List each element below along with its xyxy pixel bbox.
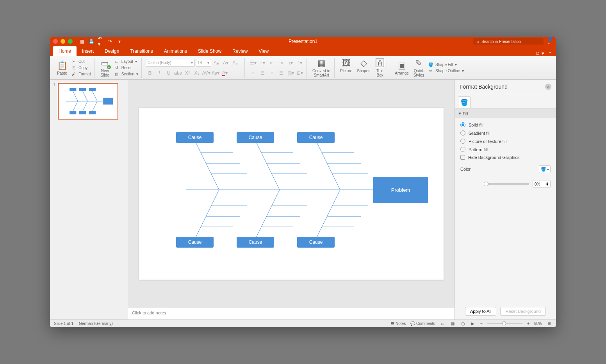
reset-icon: ↺ <box>114 65 119 71</box>
tab-slideshow[interactable]: Slide Show <box>192 46 227 56</box>
tab-transitions[interactable]: Transitions <box>125 46 158 56</box>
redo-icon[interactable]: ↷ <box>107 39 113 44</box>
tab-home[interactable]: Home <box>53 46 77 56</box>
pattern-fill-radio[interactable]: Pattern fill <box>460 147 551 152</box>
font-name-select[interactable]: Calibri (Body)▾ <box>146 59 195 67</box>
collapse-ribbon-icon[interactable]: ⌃ <box>548 51 551 55</box>
tab-insert[interactable]: Insert <box>77 46 99 56</box>
minimize-window-button[interactable] <box>61 39 65 44</box>
zoom-in-button[interactable]: + <box>527 321 529 326</box>
cause-box-4[interactable]: Cause <box>176 237 214 248</box>
subscript-button[interactable]: X₂ <box>192 69 201 77</box>
search-input[interactable] <box>481 39 540 44</box>
font-size-select[interactable]: 18▾ <box>196 59 211 67</box>
notes-toggle[interactable]: ☰ Notes <box>391 321 406 326</box>
bullets-icon[interactable]: ☰▾ <box>249 59 257 67</box>
justify-icon[interactable]: ☰ <box>277 69 285 77</box>
strike-button[interactable]: abc <box>174 69 182 77</box>
reset-background-button[interactable]: Reset Background <box>500 307 546 316</box>
maximize-window-button[interactable] <box>68 39 73 44</box>
text-direction-icon[interactable]: ⤵▾ <box>296 59 304 67</box>
slide-thumbnail-1[interactable] <box>58 83 118 120</box>
search-box[interactable]: ⌕ <box>473 38 544 45</box>
save-icon[interactable]: 💾 <box>89 39 94 44</box>
align-left-icon[interactable]: ≡ <box>249 69 257 77</box>
character-spacing-icon[interactable]: AV▾ <box>202 69 210 77</box>
cut-button[interactable]: ✂Cut <box>70 59 92 65</box>
align-center-icon[interactable]: ☰ <box>258 69 267 77</box>
textbox-button[interactable]: 🄰Text Box <box>373 57 387 78</box>
shape-outline-dropdown[interactable]: ✏Shape Outline ▾ <box>427 68 465 74</box>
normal-view-icon[interactable]: ▭ <box>440 321 445 327</box>
fit-to-window-icon[interactable]: ⊞ <box>547 321 552 327</box>
notes-pane[interactable]: Click to add notes <box>128 308 454 319</box>
picture-button[interactable]: 🖼Picture <box>339 57 354 78</box>
undo-icon[interactable]: ↶ ▾ <box>98 39 103 44</box>
reading-view-icon[interactable]: ▢ <box>460 321 465 327</box>
emoji-icon[interactable]: ☺ ▾ <box>535 50 544 56</box>
numbering-icon[interactable]: ≡▾ <box>258 59 267 67</box>
increase-font-icon[interactable]: A▴ <box>212 59 221 67</box>
align-text-icon[interactable]: ⊟▾ <box>296 69 304 77</box>
zoom-out-button[interactable]: − <box>480 321 483 326</box>
arrange-button[interactable]: ▣Arrange <box>393 60 410 76</box>
format-painter-button[interactable]: 🖌Format <box>70 71 92 77</box>
tab-animations[interactable]: Animations <box>159 46 192 56</box>
section-dropdown[interactable]: ▤Section ▾ <box>113 71 139 77</box>
picture-fill-radio[interactable]: Picture or texture fill <box>460 139 551 144</box>
increase-indent-icon[interactable]: ⇥ <box>277 59 285 67</box>
cause-box-1[interactable]: Cause <box>176 132 214 143</box>
tab-design[interactable]: Design <box>99 46 125 56</box>
quick-styles-button[interactable]: ✎Quick Styles <box>412 57 426 78</box>
new-slide-button[interactable]: ▭+ New Slide <box>98 57 112 78</box>
color-picker-button[interactable]: 🪣▾ <box>539 165 551 173</box>
fill-tab[interactable]: 🪣 <box>458 96 471 108</box>
smartart-button[interactable]: ▦ Convert to SmartArt <box>311 57 332 78</box>
reset-button[interactable]: ↺Reset <box>113 65 139 71</box>
layout-dropdown[interactable]: ▭Layout ▾ <box>113 59 139 65</box>
align-right-icon[interactable]: ≡ <box>267 69 276 77</box>
paste-button[interactable]: 📋 Paste <box>55 60 69 76</box>
decrease-font-icon[interactable]: A▾ <box>221 59 230 67</box>
line-spacing-icon[interactable]: ↕▾ <box>286 59 295 67</box>
autosave-icon[interactable]: ▦ <box>79 39 85 44</box>
clear-formatting-icon[interactable]: Aₓ <box>231 59 239 67</box>
apply-to-all-button[interactable]: Apply to All <box>465 307 496 316</box>
close-pane-button[interactable]: ✕ <box>545 84 551 90</box>
cause-box-3[interactable]: Cause <box>297 132 335 143</box>
columns-icon[interactable]: ▥▾ <box>286 69 295 77</box>
share-icon[interactable]: 👤⁺ <box>547 39 553 44</box>
transparency-slider[interactable] <box>484 183 529 185</box>
slideshow-view-icon[interactable]: ▶ <box>470 321 476 327</box>
tab-view[interactable]: View <box>253 46 274 56</box>
sorter-view-icon[interactable]: ▦ <box>450 321 455 327</box>
decrease-indent-icon[interactable]: ⇤ <box>267 59 276 67</box>
comments-toggle[interactable]: 💬 Comments <box>410 321 435 326</box>
zoom-level[interactable]: 90% <box>534 321 542 326</box>
cause-box-5[interactable]: Cause <box>237 237 274 248</box>
cause-box-6[interactable]: Cause <box>297 237 335 248</box>
italic-button[interactable]: I <box>155 69 164 77</box>
qat-customize-icon[interactable]: ▾ <box>117 39 122 44</box>
fill-section-header[interactable]: ▾ Fill <box>455 109 556 118</box>
underline-button[interactable]: U <box>164 69 173 77</box>
font-color-icon[interactable]: A▾ <box>221 69 229 77</box>
gradient-fill-radio[interactable]: Gradient fill <box>460 130 551 136</box>
slide-canvas[interactable]: Cause Cause Cause Cause Cause Cause Prob… <box>139 108 444 280</box>
problem-box[interactable]: Problem <box>373 177 428 203</box>
shapes-button[interactable]: ◇Shapes <box>355 57 372 78</box>
superscript-button[interactable]: X² <box>183 69 192 77</box>
language-indicator[interactable]: German (Germany) <box>79 321 113 326</box>
solid-fill-radio[interactable]: Solid fill <box>460 122 551 127</box>
hide-bg-checkbox[interactable]: Hide Background Graphics <box>460 155 551 160</box>
copy-button[interactable]: ⎘Copy <box>70 65 92 71</box>
transparency-value[interactable]: 0%▲▼ <box>533 180 551 188</box>
zoom-slider[interactable] <box>487 323 522 324</box>
bold-button[interactable]: B <box>146 69 154 77</box>
shape-fill-dropdown[interactable]: 🪣Shape Fill ▾ <box>427 62 465 68</box>
cause-box-2[interactable]: Cause <box>237 132 274 143</box>
change-case-icon[interactable]: Aa▾ <box>211 69 220 77</box>
tab-review[interactable]: Review <box>227 46 253 56</box>
svg-line-4 <box>72 101 77 112</box>
close-window-button[interactable] <box>53 39 58 44</box>
